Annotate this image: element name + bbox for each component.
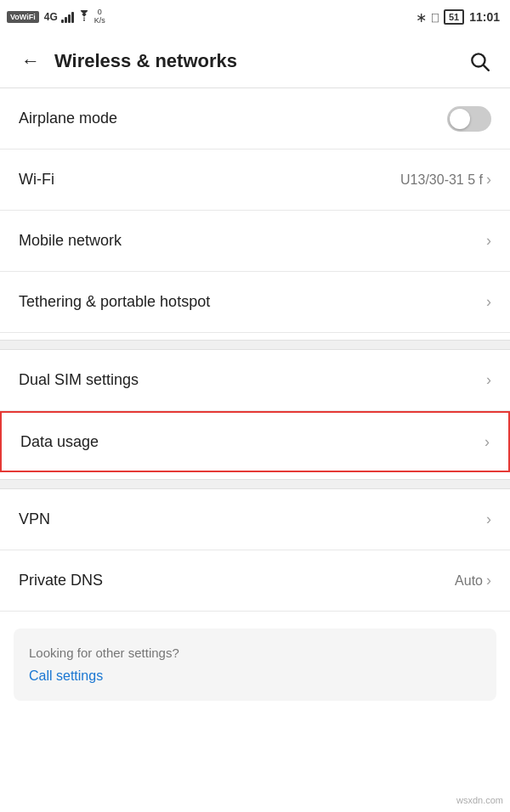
mobile-network-item[interactable]: Mobile network › bbox=[0, 211, 510, 272]
tethering-chevron-icon: › bbox=[486, 293, 491, 311]
wifi-status-icon bbox=[77, 10, 91, 25]
status-bar: VoWiFi 4G 0 K/s ∗ ⎕ 51 bbox=[0, 0, 510, 34]
settings-group-1: Airplane mode Wi-Fi U13/30-31 5 f › Mobi… bbox=[0, 88, 510, 333]
wifi-value: U13/30-31 5 f › bbox=[400, 171, 491, 189]
dual-sim-chevron-icon: › bbox=[486, 371, 491, 389]
footer-card-text: Looking for other settings? bbox=[29, 646, 481, 660]
vibrate-icon: ⎕ bbox=[432, 11, 439, 24]
search-button[interactable] bbox=[462, 44, 496, 78]
page-title: Wireless & networks bbox=[54, 50, 462, 72]
dual-sim-value: › bbox=[486, 371, 491, 389]
status-bar-right: ∗ ⎕ 51 11:01 bbox=[416, 9, 500, 25]
vowifi-badge: VoWiFi bbox=[7, 11, 39, 23]
dual-sim-label: Dual SIM settings bbox=[19, 371, 139, 389]
app-bar: ← Wireless & networks bbox=[0, 34, 510, 88]
settings-list: Airplane mode Wi-Fi U13/30-31 5 f › Mobi… bbox=[0, 88, 510, 701]
search-icon bbox=[468, 50, 490, 72]
tethering-item[interactable]: Tethering & portable hotspot › bbox=[0, 272, 510, 333]
mobile-network-label: Mobile network bbox=[19, 232, 122, 250]
airplane-mode-item[interactable]: Airplane mode bbox=[0, 88, 510, 149]
data-usage-chevron-icon: › bbox=[484, 433, 490, 451]
call-settings-link[interactable]: Call settings bbox=[29, 668, 103, 683]
wifi-label: Wi-Fi bbox=[19, 171, 54, 189]
private-dns-label: Private DNS bbox=[19, 572, 103, 589]
airplane-mode-label: Airplane mode bbox=[19, 110, 117, 127]
battery-icon: 51 bbox=[444, 9, 464, 25]
tethering-label: Tethering & portable hotspot bbox=[19, 293, 210, 311]
vpn-value: › bbox=[486, 510, 491, 528]
group-separator-1 bbox=[0, 340, 510, 350]
vpn-label: VPN bbox=[19, 510, 50, 528]
network-speed: 0 K/s bbox=[94, 8, 105, 25]
mobile-network-value: › bbox=[486, 232, 491, 250]
svg-line-2 bbox=[484, 65, 489, 70]
back-button[interactable]: ← bbox=[14, 44, 48, 78]
wifi-current-network: U13/30-31 5 f bbox=[400, 172, 483, 188]
dual-sim-item[interactable]: Dual SIM settings › bbox=[0, 350, 510, 411]
data-usage-item[interactable]: Data usage › bbox=[0, 411, 510, 472]
settings-group-2: Dual SIM settings › Data usage › bbox=[0, 350, 510, 472]
tethering-value: › bbox=[486, 293, 491, 311]
airplane-mode-toggle[interactable] bbox=[447, 106, 491, 132]
data-usage-label: Data usage bbox=[20, 433, 99, 451]
private-dns-chevron-icon: › bbox=[486, 572, 491, 589]
status-bar-left: VoWiFi 4G 0 K/s bbox=[7, 8, 105, 25]
data-usage-value: › bbox=[484, 433, 490, 451]
status-time: 11:01 bbox=[469, 10, 500, 24]
settings-group-3: VPN › Private DNS Auto › bbox=[0, 489, 510, 612]
signal-type: 4G bbox=[44, 11, 58, 23]
signal-bars-icon bbox=[61, 11, 74, 23]
private-dns-current-value: Auto bbox=[455, 573, 483, 589]
private-dns-value: Auto › bbox=[455, 572, 491, 589]
wifi-item[interactable]: Wi-Fi U13/30-31 5 f › bbox=[0, 149, 510, 211]
mobile-network-chevron-icon: › bbox=[486, 232, 491, 250]
bluetooth-icon: ∗ bbox=[416, 9, 427, 25]
private-dns-item[interactable]: Private DNS Auto › bbox=[0, 550, 510, 612]
svg-point-0 bbox=[83, 19, 85, 20]
vpn-item[interactable]: VPN › bbox=[0, 489, 510, 550]
toggle-knob bbox=[450, 109, 470, 129]
wifi-chevron-icon: › bbox=[486, 171, 491, 189]
group-separator-2 bbox=[0, 479, 510, 489]
footer-card: Looking for other settings? Call setting… bbox=[14, 629, 496, 701]
back-arrow-icon: ← bbox=[21, 50, 40, 72]
watermark: wsxdn.com bbox=[456, 795, 503, 805]
vpn-chevron-icon: › bbox=[486, 510, 491, 528]
